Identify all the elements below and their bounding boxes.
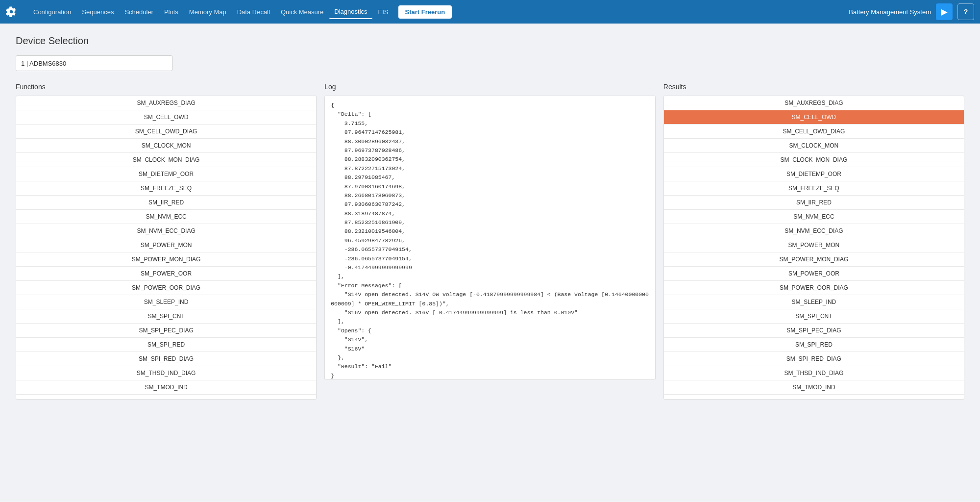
function-item[interactable]: SM_TMOD_IND_DIAG bbox=[16, 395, 316, 400]
nav-quick-measure[interactable]: Quick Measure bbox=[276, 5, 328, 19]
function-item[interactable]: SM_POWER_MON bbox=[16, 238, 316, 252]
function-item[interactable]: SM_POWER_MON_DIAG bbox=[16, 252, 316, 267]
device-selection-row bbox=[16, 55, 964, 71]
result-item[interactable]: SM_FREEZE_SEQ bbox=[664, 181, 964, 196]
functions-list: SM_AUXREGS_DIAGSM_CELL_OWDSM_CELL_OWD_DI… bbox=[16, 96, 317, 400]
function-item[interactable]: SM_FREEZE_SEQ bbox=[16, 181, 316, 196]
nav-plots[interactable]: Plots bbox=[159, 5, 183, 19]
function-item[interactable]: SM_POWER_OOR bbox=[16, 267, 316, 281]
result-item[interactable]: SM_SPI_RED bbox=[664, 338, 964, 352]
result-item[interactable]: SM_CELL_OWD bbox=[664, 110, 964, 125]
function-item[interactable]: SM_CELL_OWD bbox=[16, 110, 316, 125]
function-item[interactable]: SM_DIETEMP_OOR bbox=[16, 167, 316, 181]
log-box[interactable]: { "Delta": [ 3.7155, 87.96477147625981, … bbox=[324, 96, 656, 380]
result-item[interactable]: SM_CELL_OWD_DIAG bbox=[664, 125, 964, 139]
function-item[interactable]: SM_SPI_PEC_DIAG bbox=[16, 324, 316, 338]
result-item[interactable]: SM_SLEEP_IND bbox=[664, 295, 964, 309]
result-item[interactable]: SM_SPI_PEC_DIAG bbox=[664, 324, 964, 338]
result-item[interactable]: SM_THSD_IND_DIAG bbox=[664, 366, 964, 380]
result-item[interactable]: SM_DIETEMP_OOR bbox=[664, 167, 964, 181]
result-item[interactable]: SM_CLOCK_MON bbox=[664, 139, 964, 153]
function-item[interactable]: SM_TMOD_IND bbox=[16, 380, 316, 395]
results-list: SM_AUXREGS_DIAGSM_CELL_OWDSM_CELL_OWD_DI… bbox=[663, 96, 964, 400]
gear-icon bbox=[6, 6, 17, 17]
result-item[interactable]: SM_IIR_RED bbox=[664, 196, 964, 210]
nav-eis[interactable]: EIS bbox=[373, 5, 393, 19]
function-item[interactable]: SM_SPI_CNT bbox=[16, 309, 316, 324]
start-freerun-button[interactable]: Start Freerun bbox=[398, 5, 452, 19]
function-item[interactable]: SM_THSD_IND_DIAG bbox=[16, 366, 316, 380]
navbar-right: Battery Management System ▶ ? bbox=[849, 3, 974, 20]
function-item[interactable]: SM_CLOCK_MON_DIAG bbox=[16, 153, 316, 167]
results-column: Results SM_AUXREGS_DIAGSM_CELL_OWDSM_CEL… bbox=[663, 83, 964, 400]
results-label: Results bbox=[663, 83, 964, 91]
function-item[interactable]: SM_CLOCK_MON bbox=[16, 139, 316, 153]
function-item[interactable]: SM_SPI_RED_DIAG bbox=[16, 352, 316, 366]
functions-label: Functions bbox=[16, 83, 317, 91]
function-item[interactable]: SM_NVM_ECC bbox=[16, 210, 316, 224]
nav-memory-map[interactable]: Memory Map bbox=[184, 5, 231, 19]
log-column: Log { "Delta": [ 3.7155, 87.964771476259… bbox=[324, 83, 656, 380]
nav-diagnostics[interactable]: Diagnostics bbox=[329, 5, 372, 19]
device-input[interactable] bbox=[16, 55, 172, 71]
function-item[interactable]: SM_POWER_OOR_DIAG bbox=[16, 281, 316, 295]
app-title: Battery Management System bbox=[849, 8, 931, 16]
function-item[interactable]: SM_CELL_OWD_DIAG bbox=[16, 125, 316, 139]
result-item[interactable]: SM_CLOCK_MON_DIAG bbox=[664, 153, 964, 167]
play-button[interactable]: ▶ bbox=[936, 3, 953, 20]
result-item[interactable]: SM_POWER_OOR_DIAG bbox=[664, 281, 964, 295]
function-item[interactable]: SM_SPI_RED bbox=[16, 338, 316, 352]
result-item[interactable]: SM_TMOD_IND_DIAG bbox=[664, 395, 964, 400]
main-content: Device Selection Functions SM_AUXREGS_DI… bbox=[0, 24, 980, 411]
result-item[interactable]: SM_NVM_ECC bbox=[664, 210, 964, 224]
function-item[interactable]: SM_SLEEP_IND bbox=[16, 295, 316, 309]
function-item[interactable]: SM_NVM_ECC_DIAG bbox=[16, 224, 316, 238]
result-item[interactable]: SM_POWER_MON_DIAG bbox=[664, 252, 964, 267]
function-item[interactable]: SM_IIR_RED bbox=[16, 196, 316, 210]
page-title: Device Selection bbox=[16, 35, 964, 47]
result-item[interactable]: SM_SPI_RED_DIAG bbox=[664, 352, 964, 366]
result-item[interactable]: SM_POWER_OOR bbox=[664, 267, 964, 281]
log-label: Log bbox=[324, 83, 656, 91]
brand bbox=[6, 6, 21, 17]
nav-data-recall[interactable]: Data Recall bbox=[232, 5, 275, 19]
functions-column: Functions SM_AUXREGS_DIAGSM_CELL_OWDSM_C… bbox=[16, 83, 317, 400]
nav-configuration[interactable]: Configuration bbox=[28, 5, 76, 19]
result-item[interactable]: SM_TMOD_IND bbox=[664, 380, 964, 395]
nav-links: Configuration Sequences Scheduler Plots … bbox=[28, 5, 849, 19]
result-item[interactable]: SM_NVM_ECC_DIAG bbox=[664, 224, 964, 238]
result-item[interactable]: SM_POWER_MON bbox=[664, 238, 964, 252]
columns-area: Functions SM_AUXREGS_DIAGSM_CELL_OWDSM_C… bbox=[16, 83, 964, 400]
navbar: Configuration Sequences Scheduler Plots … bbox=[0, 0, 980, 24]
help-button[interactable]: ? bbox=[957, 3, 974, 20]
nav-scheduler[interactable]: Scheduler bbox=[120, 5, 158, 19]
result-item[interactable]: SM_AUXREGS_DIAG bbox=[664, 96, 964, 110]
function-item[interactable]: SM_AUXREGS_DIAG bbox=[16, 96, 316, 110]
result-item[interactable]: SM_SPI_CNT bbox=[664, 309, 964, 324]
nav-sequences[interactable]: Sequences bbox=[77, 5, 119, 19]
